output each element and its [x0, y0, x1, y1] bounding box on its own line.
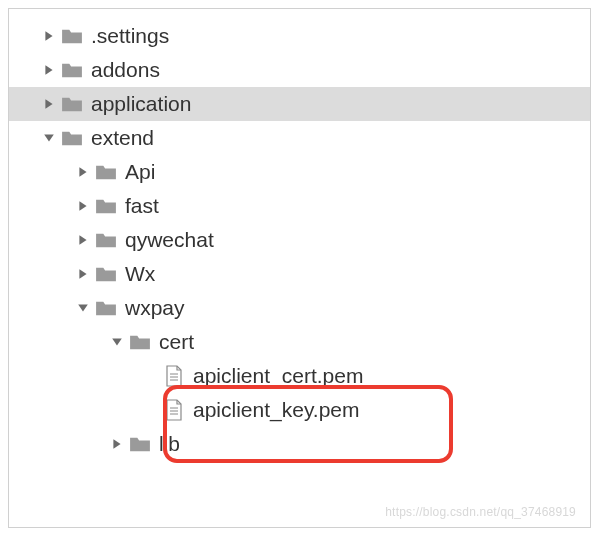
svg-marker-9 [112, 338, 122, 345]
folder-icon [59, 129, 85, 147]
watermark-text: https://blog.csdn.net/qq_37468919 [385, 505, 576, 519]
folder-icon [93, 197, 119, 215]
chevron-right-icon[interactable] [73, 268, 93, 280]
tree-row[interactable]: cert [9, 325, 590, 359]
tree-item-label: apiclient_cert.pem [193, 364, 363, 388]
tree-row[interactable]: .settings [9, 19, 590, 53]
folder-icon [93, 265, 119, 283]
tree-item-label: application [91, 92, 191, 116]
tree-row[interactable]: addons [9, 53, 590, 87]
tree-row[interactable]: application [9, 87, 590, 121]
svg-marker-3 [44, 134, 54, 141]
tree-row[interactable]: fast [9, 189, 590, 223]
svg-marker-1 [45, 65, 52, 75]
tree-item-label: apiclient_key.pem [193, 398, 360, 422]
tree-item-label: cert [159, 330, 194, 354]
folder-icon [127, 435, 153, 453]
svg-marker-6 [79, 235, 86, 245]
folder-icon [59, 27, 85, 45]
svg-marker-0 [45, 31, 52, 41]
tree-row[interactable]: Wx [9, 257, 590, 291]
tree-item-label: wxpay [125, 296, 185, 320]
tree-item-label: addons [91, 58, 160, 82]
folder-icon [59, 95, 85, 113]
tree-item-label: .settings [91, 24, 169, 48]
tree-item-label: extend [91, 126, 154, 150]
chevron-down-icon[interactable] [107, 336, 127, 348]
chevron-right-icon[interactable] [39, 64, 59, 76]
svg-marker-16 [113, 439, 120, 449]
chevron-right-icon[interactable] [107, 438, 127, 450]
svg-marker-2 [45, 99, 52, 109]
tree-row[interactable]: Api [9, 155, 590, 189]
tree-row[interactable]: qywechat [9, 223, 590, 257]
file-icon [161, 365, 187, 387]
folder-icon [93, 163, 119, 181]
file-tree: .settingsaddonsapplicationextendApifastq… [8, 8, 591, 528]
tree-row[interactable]: apiclient_key.pem [9, 393, 590, 427]
svg-marker-7 [79, 269, 86, 279]
tree-row[interactable]: apiclient_cert.pem [9, 359, 590, 393]
chevron-down-icon[interactable] [73, 302, 93, 314]
tree-item-label: fast [125, 194, 159, 218]
tree-row[interactable]: extend [9, 121, 590, 155]
tree-item-label: lib [159, 432, 180, 456]
tree-item-label: qywechat [125, 228, 214, 252]
chevron-right-icon[interactable] [73, 234, 93, 246]
folder-icon [127, 333, 153, 351]
svg-marker-4 [79, 167, 86, 177]
tree-item-label: Api [125, 160, 155, 184]
tree-row[interactable]: wxpay [9, 291, 590, 325]
folder-icon [93, 299, 119, 317]
file-icon [161, 399, 187, 421]
svg-marker-5 [79, 201, 86, 211]
tree-item-label: Wx [125, 262, 155, 286]
chevron-right-icon[interactable] [39, 98, 59, 110]
chevron-down-icon[interactable] [39, 132, 59, 144]
folder-icon [59, 61, 85, 79]
chevron-right-icon[interactable] [73, 166, 93, 178]
folder-icon [93, 231, 119, 249]
svg-marker-8 [78, 304, 88, 311]
chevron-right-icon[interactable] [73, 200, 93, 212]
chevron-right-icon[interactable] [39, 30, 59, 42]
tree-row[interactable]: lib [9, 427, 590, 461]
